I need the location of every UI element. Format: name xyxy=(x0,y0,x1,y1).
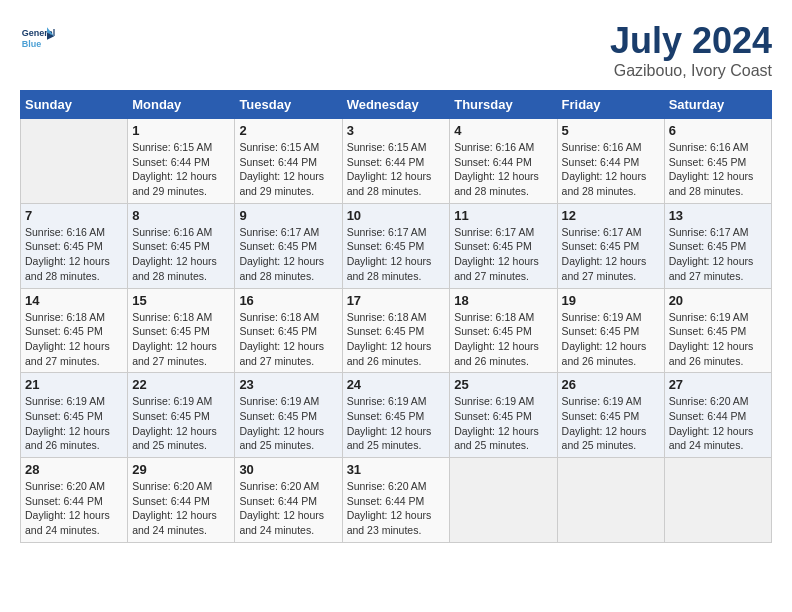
calendar-cell: 6Sunrise: 6:16 AMSunset: 6:45 PMDaylight… xyxy=(664,119,771,204)
calendar-cell: 14Sunrise: 6:18 AMSunset: 6:45 PMDayligh… xyxy=(21,288,128,373)
day-info: Sunrise: 6:17 AMSunset: 6:45 PMDaylight:… xyxy=(239,225,337,284)
day-number: 20 xyxy=(669,293,767,308)
day-number: 12 xyxy=(562,208,660,223)
calendar-cell: 21Sunrise: 6:19 AMSunset: 6:45 PMDayligh… xyxy=(21,373,128,458)
calendar-cell: 8Sunrise: 6:16 AMSunset: 6:45 PMDaylight… xyxy=(128,203,235,288)
calendar-cell: 22Sunrise: 6:19 AMSunset: 6:45 PMDayligh… xyxy=(128,373,235,458)
calendar-cell: 24Sunrise: 6:19 AMSunset: 6:45 PMDayligh… xyxy=(342,373,450,458)
day-info: Sunrise: 6:16 AMSunset: 6:45 PMDaylight:… xyxy=(25,225,123,284)
day-info: Sunrise: 6:19 AMSunset: 6:45 PMDaylight:… xyxy=(25,394,123,453)
week-row-4: 21Sunrise: 6:19 AMSunset: 6:45 PMDayligh… xyxy=(21,373,772,458)
calendar-body: 1Sunrise: 6:15 AMSunset: 6:44 PMDaylight… xyxy=(21,119,772,543)
calendar-cell: 11Sunrise: 6:17 AMSunset: 6:45 PMDayligh… xyxy=(450,203,557,288)
day-info: Sunrise: 6:20 AMSunset: 6:44 PMDaylight:… xyxy=(132,479,230,538)
week-row-2: 7Sunrise: 6:16 AMSunset: 6:45 PMDaylight… xyxy=(21,203,772,288)
day-number: 30 xyxy=(239,462,337,477)
day-info: Sunrise: 6:17 AMSunset: 6:45 PMDaylight:… xyxy=(454,225,552,284)
calendar-cell: 5Sunrise: 6:16 AMSunset: 6:44 PMDaylight… xyxy=(557,119,664,204)
day-info: Sunrise: 6:20 AMSunset: 6:44 PMDaylight:… xyxy=(25,479,123,538)
calendar-cell: 23Sunrise: 6:19 AMSunset: 6:45 PMDayligh… xyxy=(235,373,342,458)
calendar-cell: 3Sunrise: 6:15 AMSunset: 6:44 PMDaylight… xyxy=(342,119,450,204)
day-number: 17 xyxy=(347,293,446,308)
calendar-cell: 15Sunrise: 6:18 AMSunset: 6:45 PMDayligh… xyxy=(128,288,235,373)
day-number: 4 xyxy=(454,123,552,138)
column-header-wednesday: Wednesday xyxy=(342,91,450,119)
column-header-sunday: Sunday xyxy=(21,91,128,119)
day-info: Sunrise: 6:19 AMSunset: 6:45 PMDaylight:… xyxy=(669,310,767,369)
day-number: 23 xyxy=(239,377,337,392)
day-number: 22 xyxy=(132,377,230,392)
calendar-cell: 2Sunrise: 6:15 AMSunset: 6:44 PMDaylight… xyxy=(235,119,342,204)
day-number: 28 xyxy=(25,462,123,477)
calendar-cell: 1Sunrise: 6:15 AMSunset: 6:44 PMDaylight… xyxy=(128,119,235,204)
location-title: Gazibouo, Ivory Coast xyxy=(610,62,772,80)
day-number: 8 xyxy=(132,208,230,223)
week-row-5: 28Sunrise: 6:20 AMSunset: 6:44 PMDayligh… xyxy=(21,458,772,543)
header: General Blue July 2024 Gazibouo, Ivory C… xyxy=(20,20,772,80)
day-info: Sunrise: 6:16 AMSunset: 6:44 PMDaylight:… xyxy=(562,140,660,199)
calendar-cell: 25Sunrise: 6:19 AMSunset: 6:45 PMDayligh… xyxy=(450,373,557,458)
day-number: 13 xyxy=(669,208,767,223)
day-number: 27 xyxy=(669,377,767,392)
calendar-cell: 26Sunrise: 6:19 AMSunset: 6:45 PMDayligh… xyxy=(557,373,664,458)
day-info: Sunrise: 6:17 AMSunset: 6:45 PMDaylight:… xyxy=(669,225,767,284)
day-info: Sunrise: 6:20 AMSunset: 6:44 PMDaylight:… xyxy=(669,394,767,453)
day-number: 15 xyxy=(132,293,230,308)
day-number: 10 xyxy=(347,208,446,223)
calendar-cell: 17Sunrise: 6:18 AMSunset: 6:45 PMDayligh… xyxy=(342,288,450,373)
calendar-cell xyxy=(664,458,771,543)
day-number: 18 xyxy=(454,293,552,308)
calendar-cell: 7Sunrise: 6:16 AMSunset: 6:45 PMDaylight… xyxy=(21,203,128,288)
calendar-cell: 4Sunrise: 6:16 AMSunset: 6:44 PMDaylight… xyxy=(450,119,557,204)
day-info: Sunrise: 6:18 AMSunset: 6:45 PMDaylight:… xyxy=(347,310,446,369)
calendar-cell: 28Sunrise: 6:20 AMSunset: 6:44 PMDayligh… xyxy=(21,458,128,543)
day-info: Sunrise: 6:18 AMSunset: 6:45 PMDaylight:… xyxy=(25,310,123,369)
day-info: Sunrise: 6:19 AMSunset: 6:45 PMDaylight:… xyxy=(454,394,552,453)
day-info: Sunrise: 6:17 AMSunset: 6:45 PMDaylight:… xyxy=(347,225,446,284)
day-number: 6 xyxy=(669,123,767,138)
calendar-cell: 20Sunrise: 6:19 AMSunset: 6:45 PMDayligh… xyxy=(664,288,771,373)
day-number: 25 xyxy=(454,377,552,392)
day-info: Sunrise: 6:17 AMSunset: 6:45 PMDaylight:… xyxy=(562,225,660,284)
calendar-cell xyxy=(450,458,557,543)
calendar-cell: 10Sunrise: 6:17 AMSunset: 6:45 PMDayligh… xyxy=(342,203,450,288)
day-info: Sunrise: 6:19 AMSunset: 6:45 PMDaylight:… xyxy=(562,394,660,453)
day-info: Sunrise: 6:19 AMSunset: 6:45 PMDaylight:… xyxy=(562,310,660,369)
logo: General Blue xyxy=(20,20,56,56)
logo-icon: General Blue xyxy=(20,20,56,56)
day-info: Sunrise: 6:18 AMSunset: 6:45 PMDaylight:… xyxy=(132,310,230,369)
week-row-1: 1Sunrise: 6:15 AMSunset: 6:44 PMDaylight… xyxy=(21,119,772,204)
day-number: 7 xyxy=(25,208,123,223)
day-number: 19 xyxy=(562,293,660,308)
day-info: Sunrise: 6:16 AMSunset: 6:45 PMDaylight:… xyxy=(132,225,230,284)
calendar-header-row: SundayMondayTuesdayWednesdayThursdayFrid… xyxy=(21,91,772,119)
calendar-cell: 30Sunrise: 6:20 AMSunset: 6:44 PMDayligh… xyxy=(235,458,342,543)
column-header-friday: Friday xyxy=(557,91,664,119)
day-number: 16 xyxy=(239,293,337,308)
calendar-cell: 19Sunrise: 6:19 AMSunset: 6:45 PMDayligh… xyxy=(557,288,664,373)
day-number: 2 xyxy=(239,123,337,138)
calendar-cell: 13Sunrise: 6:17 AMSunset: 6:45 PMDayligh… xyxy=(664,203,771,288)
day-info: Sunrise: 6:19 AMSunset: 6:45 PMDaylight:… xyxy=(347,394,446,453)
column-header-saturday: Saturday xyxy=(664,91,771,119)
day-number: 3 xyxy=(347,123,446,138)
column-header-tuesday: Tuesday xyxy=(235,91,342,119)
day-info: Sunrise: 6:19 AMSunset: 6:45 PMDaylight:… xyxy=(132,394,230,453)
calendar-cell: 27Sunrise: 6:20 AMSunset: 6:44 PMDayligh… xyxy=(664,373,771,458)
day-info: Sunrise: 6:20 AMSunset: 6:44 PMDaylight:… xyxy=(239,479,337,538)
calendar-cell: 31Sunrise: 6:20 AMSunset: 6:44 PMDayligh… xyxy=(342,458,450,543)
day-number: 9 xyxy=(239,208,337,223)
day-info: Sunrise: 6:15 AMSunset: 6:44 PMDaylight:… xyxy=(347,140,446,199)
day-number: 31 xyxy=(347,462,446,477)
day-info: Sunrise: 6:20 AMSunset: 6:44 PMDaylight:… xyxy=(347,479,446,538)
title-area: July 2024 Gazibouo, Ivory Coast xyxy=(610,20,772,80)
calendar-cell: 9Sunrise: 6:17 AMSunset: 6:45 PMDaylight… xyxy=(235,203,342,288)
column-header-monday: Monday xyxy=(128,91,235,119)
svg-text:Blue: Blue xyxy=(22,39,42,49)
day-number: 21 xyxy=(25,377,123,392)
day-number: 29 xyxy=(132,462,230,477)
calendar-table: SundayMondayTuesdayWednesdayThursdayFrid… xyxy=(20,90,772,543)
column-header-thursday: Thursday xyxy=(450,91,557,119)
calendar-cell xyxy=(557,458,664,543)
day-info: Sunrise: 6:16 AMSunset: 6:45 PMDaylight:… xyxy=(669,140,767,199)
